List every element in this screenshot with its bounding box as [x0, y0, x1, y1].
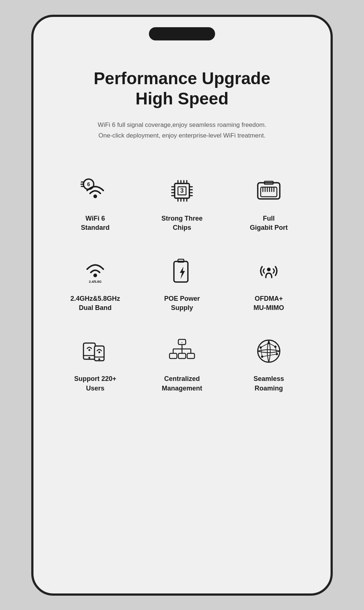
svg-rect-55 — [178, 353, 186, 358]
svg-line-65 — [262, 354, 277, 357]
feature-ofdma: OFDMA+MU-MIMO — [229, 243, 308, 320]
dualband-icon: 2.4/5.8G — [79, 254, 112, 288]
svg-text:6: 6 — [87, 181, 90, 187]
svg-point-41 — [89, 357, 90, 359]
svg-point-42 — [89, 349, 90, 351]
feature-management: ▪ — [142, 324, 222, 400]
phone-frame: Performance UpgradeHigh Speed WiFi 6 ful… — [31, 15, 333, 596]
svg-text:▪: ▪ — [182, 341, 183, 344]
feature-gigabit: FullGigabit Port — [229, 163, 308, 240]
title-section: Performance UpgradeHigh Speed WiFi 6 ful… — [94, 68, 271, 141]
feature-poe: POE PowerSupply — [142, 243, 222, 320]
users-label: Support 220+Users — [74, 374, 117, 393]
feature-roaming: SeamlessRoaming — [229, 324, 308, 400]
svg-point-34 — [93, 274, 97, 277]
chips-icon: 3 — [165, 174, 199, 207]
svg-rect-39 — [83, 343, 95, 359]
svg-text:2.4/5.8G: 2.4/5.8G — [89, 280, 102, 283]
svg-rect-56 — [187, 353, 195, 358]
poe-label: POE PowerSupply — [164, 294, 200, 313]
wifi6-icon: 6 — [79, 174, 112, 207]
roaming-icon — [252, 335, 285, 368]
gigabit-icon — [252, 174, 285, 207]
roaming-label: SeamlessRoaming — [253, 374, 284, 393]
phone-notch — [149, 27, 215, 40]
feature-users: Support 220+Users — [56, 324, 135, 400]
feature-wifi6: 6 WiFi 6Standard — [56, 163, 135, 240]
wifi6-label: WiFi 6Standard — [81, 214, 110, 232]
management-label: CentralizedManagement — [162, 374, 202, 393]
svg-point-46 — [99, 352, 100, 353]
poe-icon — [165, 254, 199, 288]
svg-rect-37 — [178, 259, 184, 262]
svg-rect-54 — [169, 353, 177, 358]
svg-point-45 — [99, 358, 100, 360]
ofdma-icon — [252, 254, 285, 288]
ofdma-label: OFDMA+MU-MIMO — [254, 294, 284, 313]
svg-point-0 — [93, 195, 97, 198]
management-icon: ▪ — [165, 335, 199, 368]
dualband-label: 2.4GHz&5.8GHzDual Band — [70, 294, 120, 313]
chips-label: Strong ThreeChips — [161, 214, 203, 232]
gigabit-label: FullGigabit Port — [250, 214, 288, 232]
page-subtitle: WiFi 6 full signal coverage,enjoy seamle… — [94, 120, 271, 141]
feature-dualband: 2.4/5.8G 2.4GHz&5.8GHzDual Band — [56, 243, 135, 320]
features-grid: 6 WiFi 6Standard 3 — [56, 163, 308, 400]
feature-chips: 3 — [142, 163, 222, 240]
users-icon — [79, 335, 112, 368]
svg-text:3: 3 — [181, 188, 184, 194]
svg-point-38 — [267, 268, 271, 271]
page-title: Performance UpgradeHigh Speed — [94, 68, 271, 109]
